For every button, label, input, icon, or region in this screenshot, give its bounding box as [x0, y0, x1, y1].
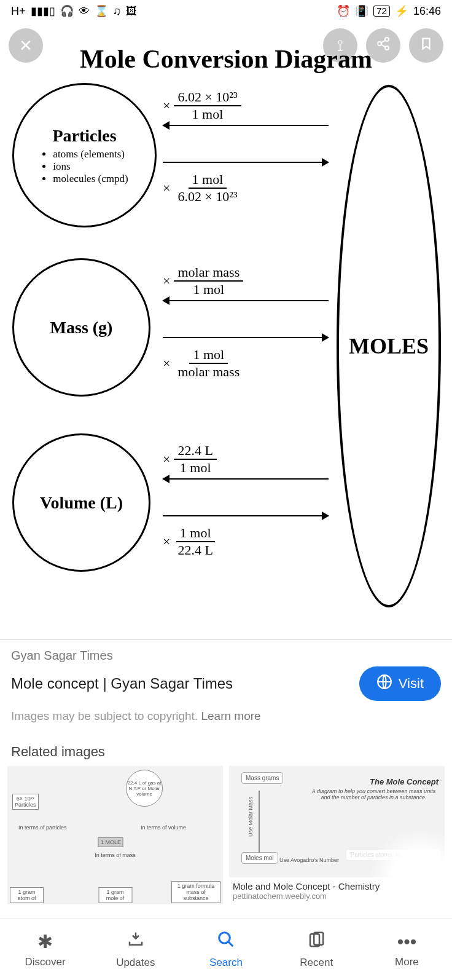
nav-recent[interactable]: Recent	[271, 919, 362, 980]
more-icon: •••	[397, 931, 417, 952]
image-info: Gyan Sagar Times Mole concept | Gyan Sag…	[0, 640, 452, 732]
thumb-title: The Mole Concept	[370, 777, 438, 786]
nav-discover[interactable]: ✱ Discover	[0, 919, 90, 980]
globe-icon	[376, 674, 392, 694]
conv-factor: × molar mass1 mol	[163, 264, 243, 298]
related-header: Related images	[0, 732, 452, 766]
thumb-moles-box: Moles mol	[241, 852, 278, 864]
thumb-gram-box: 1 gram mole of	[98, 887, 132, 903]
vibrate-icon: 📳	[355, 4, 368, 18]
page-title[interactable]: Mole concept | Gyan Sagar Times	[11, 675, 233, 692]
bottom-nav: ✱ Discover Updates Search Recent ••• Mor…	[0, 919, 452, 980]
diagram-title: Mole Conversion Diagram	[6, 44, 446, 74]
battery-level: 72	[373, 6, 390, 17]
related-thumb[interactable]: Mass grams The Mole Concept A diagram to…	[229, 766, 445, 904]
thumb-gram-box: 1 gram atom of	[10, 887, 44, 903]
particle-item: atoms (elements)	[53, 148, 128, 160]
recent-icon	[307, 930, 325, 953]
nav-updates[interactable]: Updates	[90, 919, 181, 980]
thumb-label: In terms of volume	[141, 824, 186, 831]
hourglass-icon: ⌛	[95, 4, 108, 18]
volume-circle: Volume (L)	[12, 433, 150, 572]
status-bar: H+ ▮▮▮▯ 🎧 👁 ⌛ ♫ 🖼 ⏰ 📳 72 ⚡ 16:46	[0, 0, 452, 22]
conv-factor: × 1 molmolar mass	[163, 347, 243, 380]
nav-label: Recent	[300, 957, 333, 969]
particle-item: ions	[53, 160, 128, 173]
nav-label: Discover	[25, 956, 66, 968]
thumb-line	[259, 791, 260, 852]
discover-icon: ✱	[37, 931, 53, 952]
charging-icon: ⚡	[395, 4, 408, 18]
thumb-molar-label: Use Molar Mass	[247, 797, 254, 837]
arrow-right	[163, 162, 329, 163]
related-images: 22.4 L of gas at N.T.P or Molar volume 6…	[0, 766, 452, 904]
main-image[interactable]: Mole Conversion Diagram MOLES Particles …	[0, 44, 452, 621]
music-icon: ♫	[113, 5, 122, 18]
mass-circle: Mass (g)	[12, 258, 150, 397]
related-thumb[interactable]: 22.4 L of gas at N.T.P or Molar volume 6…	[7, 766, 223, 904]
thumb-avogadro-label: Use Avogadro's Number	[279, 857, 339, 863]
arrow-right	[163, 515, 329, 516]
svg-point-4	[219, 933, 230, 944]
thumb-particles-box: 6× 10²³ Particles	[12, 794, 39, 810]
search-icon	[217, 930, 235, 953]
conv-factor: × 22.4 L1 mol	[163, 443, 217, 476]
visit-button[interactable]: Visit	[359, 666, 441, 701]
learn-more-link[interactable]: Learn more	[201, 709, 260, 722]
mass-title: Mass (g)	[50, 318, 113, 338]
volume-title: Volume (L)	[40, 493, 123, 513]
particle-item: molecules (cmpd)	[53, 173, 128, 185]
arrow-left	[163, 300, 329, 301]
nav-search[interactable]: Search	[181, 919, 271, 980]
updates-icon	[127, 930, 145, 953]
nav-label: More	[395, 956, 419, 968]
thumb-label: In terms of particles	[18, 824, 67, 831]
particles-title: Particles	[52, 126, 116, 146]
thumb-subtitle: A diagram to help you convert between ma…	[309, 788, 438, 800]
visit-label: Visit	[399, 676, 424, 692]
arrow-right	[163, 337, 329, 338]
nav-label: Updates	[116, 957, 155, 969]
moles-oval: MOLES	[337, 85, 441, 607]
thumb-mass-box: Mass grams	[241, 772, 283, 784]
alarm-icon: ⏰	[337, 4, 350, 18]
nav-label: Search	[209, 957, 243, 969]
conv-factor: × 1 mol6.02 × 10²³	[163, 172, 241, 205]
arrow-left	[163, 478, 329, 480]
thumb-flask: 22.4 L of gas at N.T.P or Molar volume	[126, 770, 163, 807]
thumb-gram-box: 1 gram formula mass of substance	[171, 881, 220, 903]
nav-more[interactable]: ••• More	[362, 919, 452, 980]
network-icon: H+	[11, 5, 26, 18]
thumb-mole-box: 1 MOLE	[98, 837, 123, 847]
headphone-icon: 🎧	[60, 4, 74, 18]
image-icon: 🖼	[126, 5, 137, 18]
conv-factor: × 1 mol22.4 L	[163, 525, 217, 558]
eye-icon: 👁	[79, 5, 90, 18]
arrow-left	[163, 125, 329, 126]
conv-factor: × 6.02 × 10²³1 mol	[163, 89, 241, 122]
thumb-caption: Mole and Mole Concept - Chemistry pettin…	[229, 877, 445, 904]
source-site[interactable]: Gyan Sagar Times	[11, 649, 441, 663]
thumb-label: In terms of mass	[95, 852, 136, 858]
clock: 16:46	[413, 5, 441, 18]
copyright-notice: Images may be subject to copyright. Lear…	[11, 709, 441, 723]
particles-circle: Particles atoms (elements) ions molecule…	[12, 83, 157, 227]
svg-point-0	[385, 38, 389, 41]
signal-icon: ▮▮▮▯	[31, 4, 55, 18]
